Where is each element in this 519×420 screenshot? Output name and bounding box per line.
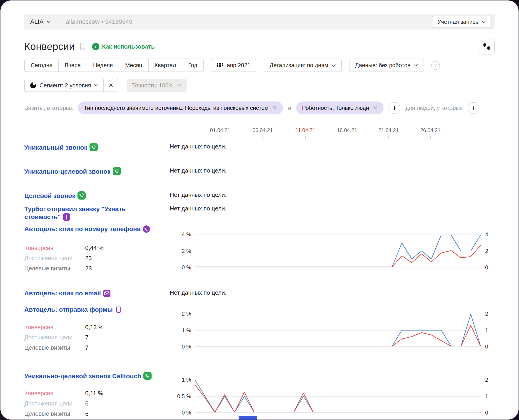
add-user-filter-button[interactable]: + — [468, 102, 480, 114]
filter-chip-source-type[interactable]: Тип последнего значимого источника: Пере… — [78, 101, 283, 114]
date-tick: 16.04.21 — [337, 127, 357, 139]
detail-dropdown[interactable]: Детализация: по дням — [263, 59, 342, 72]
filters-prefix-label: Визиты, в которых — [24, 105, 73, 111]
goal-name: Автоцель: отправка формы — [24, 306, 113, 313]
date-tick: 11.04.21 — [295, 127, 315, 139]
segment-clear-button[interactable]: ✕ — [103, 79, 118, 91]
accuracy-dropdown[interactable]: Точность: 100% — [127, 79, 186, 92]
info-icon: i — [92, 43, 99, 50]
goal-link-autogoal-email-click[interactable]: Автоцель: клик по email — [24, 290, 110, 297]
swap-commas-icon — [482, 42, 491, 51]
goal-link-turbo-form[interactable]: Турбо: отправил заявку "Узнать стоимость… — [24, 205, 126, 220]
metric-value: 0,44 % — [85, 245, 104, 252]
filter-chip-robots[interactable]: Роботность: Только люди ✕ — [296, 101, 384, 114]
metric-label-goal-visits: Целевые визиты — [24, 265, 85, 272]
period-button-yesterday[interactable]: Вчера — [58, 59, 87, 72]
call-tracking-icon — [113, 167, 121, 177]
period-button-year[interactable]: Год — [182, 59, 203, 72]
conversion-chart: 4 %2 %0 % 420 — [170, 234, 495, 267]
goal-row: Целевой звонок Нет данных по цели. — [24, 191, 495, 205]
metric-value: 7 — [85, 344, 88, 351]
goal-link-unique-call[interactable]: Уникальный звонок — [24, 144, 98, 151]
app-window: ALIA alia.moscow • 54189649 Учетная запи… — [0, 0, 519, 420]
account-button[interactable]: Учетная запись — [432, 16, 491, 28]
data-mode-dropdown[interactable]: Данные: без роботов — [349, 59, 424, 72]
chevron-down-icon — [481, 20, 486, 23]
goal-name: Уникально-целевой звонок — [24, 168, 110, 175]
goal-section: Автоцель: отправка формы Конверсия0,13 %… — [24, 306, 495, 354]
goal-link-autogoal-phone-click[interactable]: Автоцель: клик по номеру телефона — [24, 225, 150, 232]
goal-name: Уникально-целевой звонок Calltouch — [24, 373, 141, 380]
metric-label-goal-visits: Целевые визиты — [24, 344, 85, 351]
date-tick: 06.04.21 — [252, 127, 273, 139]
compare-segments-button[interactable] — [479, 39, 495, 54]
date-tick: 26.04.21 — [420, 127, 441, 139]
bookmark-icon[interactable] — [80, 43, 86, 50]
y-axis-left-labels: 2 %1 %0 % — [170, 314, 195, 347]
y-axis-right-labels: 210 — [481, 380, 495, 413]
period-button-today[interactable]: Сегодня — [25, 59, 58, 72]
chart-plot-area — [195, 234, 481, 267]
calendar-grid-icon — [217, 62, 224, 68]
account-button-label: Учетная запись — [437, 19, 478, 25]
chart-svg — [195, 380, 480, 412]
detail-label: Детализация: по дням — [270, 62, 328, 68]
conversion-chart: 1 %0,5 %0 % 210 — [170, 380, 495, 413]
exclamation-icon — [63, 213, 70, 223]
goal-name: Уникальный звонок — [24, 144, 87, 151]
goal-link-target-call[interactable]: Целевой звонок — [24, 192, 86, 199]
metric-value: 23 — [85, 265, 92, 272]
project-selector[interactable]: ALIA — [30, 18, 51, 25]
conversion-chart: 2 %1 %0 % 210 — [170, 314, 495, 347]
period-button-quarter[interactable]: Квартал — [148, 59, 182, 72]
segment-dropdown[interactable]: Сегмент: 2 условия ✕ — [24, 79, 118, 92]
calendar-button[interactable]: апр 2021 — [211, 59, 256, 72]
goal-link-unique-target-call[interactable]: Уникально-целевой звонок — [24, 168, 121, 175]
chip-close-icon[interactable]: ✕ — [272, 105, 277, 112]
goal-metrics: Конверсия0,13 % Достижения цели7 Целевые… — [24, 314, 170, 354]
period-button-group: Сегодня Вчера Неделя Месяц Квартал Год — [24, 59, 204, 72]
date-axis-line — [150, 139, 495, 139]
howto-label: Как использовать — [102, 43, 155, 50]
goal-name: Автоцель: клик по номеру телефона — [24, 225, 140, 232]
call-tracking-icon — [90, 143, 98, 153]
filters-suffix-label: для людей, у которых — [405, 105, 463, 111]
no-data-text: Нет данных по цели. — [170, 289, 226, 296]
y-axis-left-labels: 1 %0,5 %0 % — [170, 380, 195, 413]
date-axis: 01.04.21 06.04.21 11.04.21 16.04.21 21.0… — [24, 123, 495, 139]
chart-svg — [195, 314, 480, 346]
period-button-week[interactable]: Неделя — [86, 59, 119, 72]
phone-icon — [143, 225, 150, 234]
metric-label-conversion: Конверсия — [24, 390, 85, 397]
top-bar: ALIA alia.moscow • 54189649 Учетная запи… — [24, 14, 495, 30]
metric-value: 0,13 % — [85, 324, 104, 331]
date-tick: 01.04.21 — [210, 127, 230, 139]
add-visit-filter-button[interactable]: + — [388, 102, 400, 114]
goal-name: Турбо: отправил заявку "Узнать стоимость… — [24, 205, 126, 220]
chart-plot-area — [195, 314, 481, 347]
goal-link-autogoal-form-submit[interactable]: Автоцель: отправка формы — [24, 306, 122, 313]
period-button-month[interactable]: Месяц — [119, 59, 148, 72]
pie-chart-icon — [30, 82, 37, 89]
goal-row: Уникально-целевой звонок Нет данных по ц… — [24, 167, 495, 191]
howto-link[interactable]: i Как использовать — [92, 43, 155, 50]
y-axis-right-labels: 210 — [481, 314, 495, 347]
goal-name: Автоцель: клик по email — [24, 290, 101, 297]
no-data-text: Нет данных по цели. — [170, 205, 226, 212]
chevron-down-icon — [177, 84, 181, 87]
metric-value: 6 — [85, 400, 88, 407]
help-icon[interactable]: ? — [431, 61, 440, 70]
accuracy-label: Точность: 100% — [132, 82, 173, 89]
goal-row: Автоцель: клик по email Нет данных по це… — [24, 289, 495, 306]
y-axis-right-labels: 420 — [481, 234, 495, 267]
chevron-down-icon — [331, 64, 336, 67]
conjunction-label: и — [288, 105, 291, 111]
email-icon — [103, 290, 110, 299]
no-data-text: Нет данных по цели. — [170, 143, 226, 150]
goal-link-unique-target-call-calltouch[interactable]: Уникально-целевой звонок Calltouch — [24, 373, 152, 380]
goal-metrics: Конверсия0,11 % Достижения цели6 Целевые… — [24, 380, 170, 420]
page-title: Конверсии — [24, 41, 75, 52]
metric-label-goal-visits: Целевые визиты — [24, 410, 85, 417]
filter-chip-label: Роботность: Только люди — [302, 105, 369, 111]
chip-close-icon[interactable]: ✕ — [373, 105, 378, 112]
